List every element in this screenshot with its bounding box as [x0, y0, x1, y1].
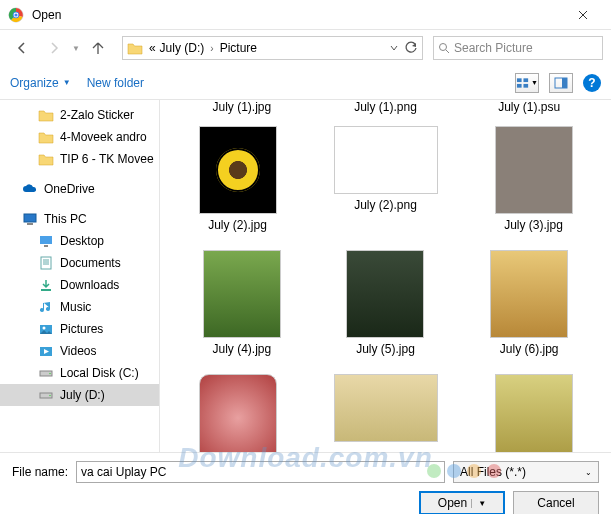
july-d--icon [38, 388, 54, 402]
file-item[interactable] [334, 374, 438, 452]
svg-point-22 [49, 373, 51, 375]
folder-icon [38, 108, 54, 122]
folder-icon [127, 41, 143, 55]
tree-item-local-disk-c-[interactable]: Local Disk (C:) [0, 362, 159, 384]
partial-row: July (1).jpg July (1).png July (1).psu [170, 100, 601, 114]
downloads-icon [38, 278, 54, 292]
tree-label: Desktop [60, 234, 104, 248]
file-item[interactable]: July (3).jpg [495, 126, 573, 232]
thumbnail [199, 374, 277, 452]
back-button[interactable] [8, 34, 36, 62]
svg-point-19 [43, 327, 46, 330]
tree-item-july-d-[interactable]: July (D:) [0, 384, 159, 406]
tree-item-folder[interactable]: 2-Zalo Sticker [0, 104, 159, 126]
breadcrumb[interactable]: « July (D:) › Picture [122, 36, 423, 60]
thumbnail [334, 374, 438, 442]
file-item[interactable] [495, 374, 573, 452]
tree-label: Downloads [60, 278, 119, 292]
refresh-icon[interactable] [404, 41, 418, 55]
tree-label: Pictures [60, 322, 103, 336]
tree-item-videos[interactable]: Videos [0, 340, 159, 362]
organize-label: Organize [10, 76, 59, 90]
file-item[interactable]: July (4).jpg [203, 250, 281, 356]
tree-item-music[interactable]: Music [0, 296, 159, 318]
tree-item-pictures[interactable]: Pictures [0, 318, 159, 340]
breadcrumb-folder[interactable]: Picture [218, 41, 259, 55]
nav-bar: ▼ « July (D:) › Picture Search Picture [0, 30, 611, 66]
tree-label: 4-Moveek andro [60, 130, 147, 144]
file-item[interactable]: July (5).jpg [346, 250, 424, 356]
search-input[interactable]: Search Picture [433, 36, 603, 60]
folder-icon [38, 130, 54, 144]
filename-input[interactable] [76, 461, 445, 483]
thumbnail [495, 126, 573, 214]
file-list[interactable]: July (1).jpg July (1).png July (1).psu J… [160, 100, 611, 452]
svg-rect-16 [41, 257, 51, 269]
window-title: Open [32, 8, 563, 22]
tree-item-onedrive[interactable]: OneDrive [0, 178, 159, 200]
file-label: July (2).png [354, 198, 417, 212]
tree-label: This PC [44, 212, 87, 226]
tree-item-documents[interactable]: Documents [0, 252, 159, 274]
tree-item-thispc[interactable]: This PC [0, 208, 159, 230]
tree-label: July (D:) [60, 388, 105, 402]
file-item[interactable]: July (6).jpg [490, 250, 568, 356]
file-label[interactable]: July (1).png [314, 100, 458, 114]
tree-item-folder[interactable]: 4-Moveek andro [0, 126, 159, 148]
thumbnail [495, 374, 573, 452]
forward-button[interactable] [40, 34, 68, 62]
close-button[interactable] [563, 0, 603, 30]
pictures-icon [38, 322, 54, 336]
cancel-label: Cancel [537, 496, 574, 510]
tree-item-folder[interactable]: TIP 6 - TK Movee [0, 148, 159, 170]
documents-icon [38, 256, 54, 270]
nav-tree[interactable]: 2-Zalo Sticker 4-Moveek andro TIP 6 - TK… [0, 100, 160, 452]
new-folder-button[interactable]: New folder [87, 76, 144, 90]
thumbnail [203, 250, 281, 338]
file-item[interactable] [199, 374, 277, 452]
file-label[interactable]: July (1).psu [457, 100, 601, 114]
chevron-down-icon: ▼ [63, 78, 71, 87]
search-icon [438, 42, 450, 54]
file-label: July (2).jpg [208, 218, 267, 232]
organize-button[interactable]: Organize ▼ [10, 76, 71, 90]
thumbnail [199, 126, 277, 214]
folder-icon [38, 152, 54, 166]
cancel-button[interactable]: Cancel [513, 491, 599, 514]
tree-item-desktop[interactable]: Desktop [0, 230, 159, 252]
file-label: July (3).jpg [504, 218, 563, 232]
tree-item-downloads[interactable]: Downloads [0, 274, 159, 296]
tree-label: Documents [60, 256, 121, 270]
view-mode-button[interactable]: ▼ [515, 73, 539, 93]
breadcrumb-dropdown[interactable] [390, 41, 418, 55]
chevron-down-icon: ⌄ [585, 468, 592, 477]
breadcrumb-drive[interactable]: July (D:) [158, 41, 207, 55]
thumbnail [334, 126, 438, 194]
svg-rect-11 [562, 78, 567, 88]
tree-label: Videos [60, 344, 96, 358]
chevron-down-icon: ▼ [471, 499, 486, 508]
file-item[interactable]: July (2).png [334, 126, 438, 232]
chevron-right-icon: › [210, 43, 213, 54]
up-button[interactable] [84, 34, 112, 62]
svg-rect-7 [523, 78, 528, 82]
history-dropdown-icon[interactable]: ▼ [72, 44, 80, 53]
new-folder-label: New folder [87, 76, 144, 90]
preview-pane-button[interactable] [549, 73, 573, 93]
open-button[interactable]: Open ▼ [419, 491, 505, 514]
svg-point-24 [49, 395, 51, 397]
file-label: July (5).jpg [356, 342, 415, 356]
tree-label: Local Disk (C:) [60, 366, 139, 380]
file-type-filter[interactable]: All Files (*.*) ⌄ [453, 461, 599, 483]
videos-icon [38, 344, 54, 358]
file-label[interactable]: July (1).jpg [170, 100, 314, 114]
desktop-icon [38, 234, 54, 248]
thispc-icon [22, 212, 38, 226]
titlebar: Open [0, 0, 611, 30]
footer: File name: All Files (*.*) ⌄ Open ▼ Canc… [0, 452, 611, 514]
breadcrumb-sep: « [147, 41, 158, 55]
help-button[interactable]: ? [583, 74, 601, 92]
help-icon: ? [588, 76, 595, 90]
svg-rect-15 [44, 245, 48, 247]
file-item[interactable]: July (2).jpg [199, 126, 277, 232]
